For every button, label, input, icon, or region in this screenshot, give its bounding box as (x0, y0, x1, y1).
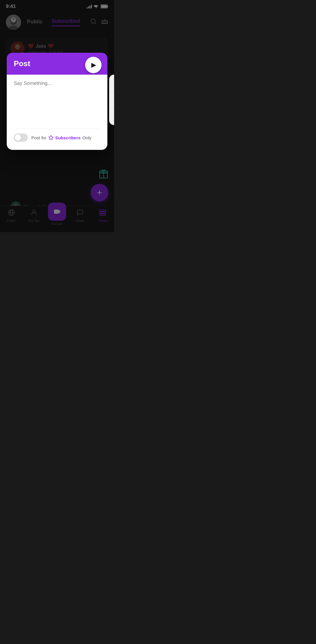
post-modal: Post ▶ (7, 53, 107, 150)
send-button[interactable]: ▶ (85, 57, 102, 73)
svg-marker-17 (49, 136, 53, 140)
post-for-label: Post for Subscribers Only (31, 135, 91, 140)
modal-body: Post for Subscribers Only (7, 75, 107, 150)
post-input[interactable] (14, 80, 100, 127)
video-button[interactable] (110, 92, 114, 107)
send-icon: ▶ (91, 61, 96, 69)
toggle-knob (15, 134, 21, 141)
subscribers-toggle[interactable] (14, 133, 28, 142)
modal-title: Post (14, 59, 30, 68)
modal-footer: Post for Subscribers Only (14, 129, 100, 142)
modal-overlay[interactable]: Post ▶ (0, 0, 114, 232)
media-toolbar (109, 75, 114, 125)
music-button[interactable] (110, 107, 114, 123)
image-button[interactable] (110, 77, 114, 92)
modal-header: Post ▶ (7, 53, 107, 75)
